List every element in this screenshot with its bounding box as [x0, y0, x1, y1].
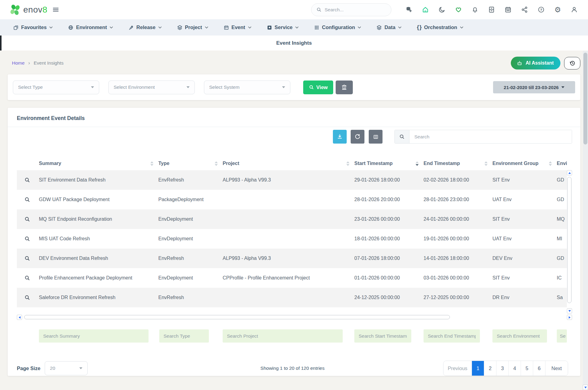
calendar-icon[interactable]	[504, 6, 512, 13]
col-environment[interactable]: Envi	[557, 161, 567, 166]
select-type[interactable]: Select Type	[13, 81, 99, 94]
nav-item-release[interactable]: Release	[121, 19, 169, 36]
page-button-3[interactable]: 3	[496, 361, 508, 376]
settings-icon[interactable]: ⚙	[554, 6, 561, 13]
filter-env-input[interactable]	[557, 329, 567, 343]
columns-button[interactable]	[369, 130, 383, 144]
col-environment-group[interactable]: Environment Group	[492, 161, 557, 166]
col-project[interactable]: Project	[223, 161, 354, 166]
nav-item-orchestration[interactable]: { } Orchestration	[409, 19, 471, 36]
page-button-6[interactable]: 6	[533, 361, 545, 376]
event-details-card: Environment Event Details Summary Type P…	[8, 108, 580, 376]
notifications-icon[interactable]	[471, 6, 479, 13]
col-start-timestamp[interactable]: Start Timestamp	[354, 161, 424, 166]
table-row[interactable]: GDW UAT Package Deployment PackageDeploy…	[17, 190, 567, 209]
filter-end-input[interactable]	[424, 329, 480, 343]
filter-group-input[interactable]	[492, 329, 547, 343]
magnifier-icon	[24, 236, 30, 242]
global-search[interactable]	[311, 3, 391, 16]
page-button-1[interactable]: 1	[472, 361, 484, 376]
row-detail-button[interactable]	[17, 294, 39, 301]
horizontal-scroll-thumb[interactable]	[24, 315, 450, 319]
sort-icon[interactable]	[150, 161, 153, 166]
bank-button[interactable]	[336, 81, 353, 94]
favourite-heart-icon[interactable]	[455, 6, 462, 13]
sort-icon[interactable]	[215, 161, 218, 166]
table-row[interactable]: Profile Enhancement Package Deployment E…	[17, 268, 567, 288]
page-scroll-down-button[interactable]	[583, 385, 588, 390]
vertical-scroll-thumb[interactable]	[567, 177, 571, 303]
nav-item-project[interactable]: Project	[169, 19, 216, 36]
nav-item-favourites[interactable]: Favourites	[6, 19, 60, 36]
scroll-up-button[interactable]	[567, 170, 572, 175]
view-button[interactable]: View	[303, 81, 333, 94]
home-icon[interactable]	[422, 6, 429, 13]
global-search-input[interactable]	[325, 7, 383, 13]
select-environment[interactable]: Select Environment	[108, 81, 195, 94]
date-range-picker[interactable]: 21-02-2020 till 23-03-2026	[493, 81, 575, 93]
data-add-icon[interactable]	[405, 6, 413, 13]
filter-project-input[interactable]	[223, 329, 343, 343]
enov8-logo[interactable]: enov8	[9, 4, 47, 16]
table-row[interactable]: Saleforce DR Environment Refresh EnvRefr…	[17, 288, 567, 307]
table-vertical-scrollbar[interactable]	[567, 170, 572, 313]
nav-item-service[interactable]: Service	[259, 19, 307, 36]
row-detail-button[interactable]	[17, 197, 39, 203]
col-end-timestamp[interactable]: End Timestamp	[424, 161, 492, 166]
sort-icon[interactable]	[346, 161, 349, 166]
history-button[interactable]	[564, 57, 580, 69]
scroll-right-button[interactable]	[567, 315, 572, 320]
page-scroll-thumb[interactable]	[583, 53, 587, 144]
table-row[interactable]: SIT Environment Data Refresh EnvRefresh …	[17, 170, 567, 190]
row-detail-button[interactable]	[17, 216, 39, 222]
chevron-down-icon	[295, 26, 299, 28]
star-badge-icon	[267, 25, 272, 30]
sort-icon[interactable]	[484, 161, 488, 166]
page-size-select[interactable]: 20	[45, 361, 88, 375]
panel-title: Environment Event Details	[17, 115, 85, 122]
ai-assistant-button[interactable]: AI Assistant	[511, 57, 560, 69]
refresh-button[interactable]	[351, 130, 364, 144]
cell-env: GD	[557, 197, 567, 202]
sort-icon[interactable]	[416, 161, 419, 166]
col-summary[interactable]: Summary	[39, 161, 158, 166]
table-search-input[interactable]	[409, 130, 572, 143]
row-detail-button[interactable]	[17, 177, 39, 183]
table-row[interactable]: MIS UAT Code Refresh EnvDeployment 18-01…	[17, 229, 567, 249]
filter-start-input[interactable]	[354, 329, 411, 343]
table-row[interactable]: DEV Environment Data Refresh EnvRefresh …	[17, 249, 567, 268]
nav-item-event[interactable]: Event	[216, 19, 259, 36]
sort-icon[interactable]	[549, 161, 552, 166]
scroll-left-button[interactable]	[17, 315, 22, 320]
download-button[interactable]	[333, 130, 347, 144]
profile-icon[interactable]	[571, 6, 578, 13]
filter-summary-input[interactable]	[39, 329, 149, 343]
previous-page-button[interactable]: Previous	[443, 361, 472, 376]
page-scrollbar[interactable]	[583, 51, 588, 390]
help-icon[interactable]: ?	[537, 6, 545, 13]
share-icon[interactable]	[521, 6, 528, 13]
breadcrumb-home-link[interactable]: Home	[12, 60, 24, 66]
page-button-5[interactable]: 5	[521, 361, 533, 376]
nav-item-environment[interactable]: Environment	[60, 19, 121, 36]
next-page-button[interactable]: Next	[545, 361, 568, 376]
row-detail-button[interactable]	[17, 255, 39, 261]
table-row[interactable]: MQ SIT Endpoint Reconfiguration EnvDeplo…	[17, 209, 567, 229]
row-detail-button[interactable]	[17, 275, 39, 281]
cell-start: 28-01-2026 20:00:00	[354, 197, 424, 202]
scroll-down-button[interactable]	[567, 308, 572, 313]
select-system[interactable]: Select System	[204, 81, 290, 94]
table-row-partial[interactable]	[17, 307, 567, 313]
filter-type-input[interactable]	[159, 329, 209, 343]
dark-mode-icon[interactable]	[438, 6, 446, 13]
archive-icon[interactable]	[488, 6, 495, 13]
pagination-controls: Previous 1 2 3 4 5 6 Next	[443, 361, 568, 376]
page-button-2[interactable]: 2	[484, 361, 496, 376]
nav-item-configuration[interactable]: Configuration	[306, 19, 369, 36]
menu-icon[interactable]	[52, 6, 59, 13]
page-button-4[interactable]: 4	[508, 361, 521, 376]
col-type[interactable]: Type	[158, 161, 223, 166]
nav-item-data[interactable]: Data	[369, 19, 409, 36]
table-horizontal-scrollbar[interactable]	[17, 315, 572, 320]
row-detail-button[interactable]	[17, 236, 39, 242]
